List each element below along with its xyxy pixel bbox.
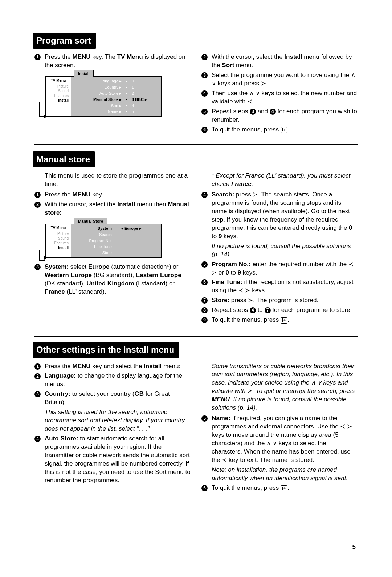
step-1: 1 Press the MENU key. The TV Menu is dis… <box>34 53 191 70</box>
crop-mark <box>350 569 350 577</box>
info-button-icon: i+ <box>281 317 287 323</box>
page-number: 5 <box>352 543 356 552</box>
info-button-icon: i+ <box>281 127 287 133</box>
note-no-picture: If no picture is found, consult the poss… <box>201 242 358 259</box>
manual-store-intro: This menu is used to store the programme… <box>34 172 191 188</box>
info-button-icon: i+ <box>281 485 287 491</box>
tv-menu-diagram-install: TV Menu PictureSoundFeaturesInstall Inst… <box>45 76 162 117</box>
section-title-manual-store: Manual store <box>33 151 95 167</box>
crop-mark <box>196 568 196 577</box>
tv-menu-diagram-manual-store: TV Menu PictureSoundFeaturesInstall Manu… <box>45 224 162 258</box>
section-title-other-settings: Other settings in the Install menu <box>33 342 179 358</box>
crop-mark <box>196 0 196 9</box>
section-title-program-sort: Program sort <box>33 33 96 49</box>
crop-mark <box>42 569 42 577</box>
